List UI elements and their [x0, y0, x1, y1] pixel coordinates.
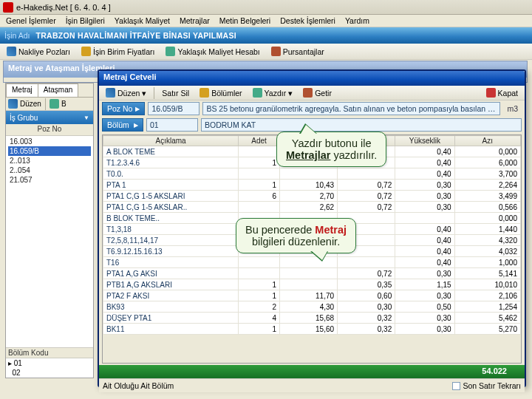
cell-azi[interactable]: 2,264 — [454, 180, 520, 191]
bolum-value[interactable]: 01 — [146, 118, 198, 132]
cell-boy[interactable]: 4,30 — [279, 301, 337, 313]
cell-adet[interactable] — [239, 257, 280, 268]
cell-en[interactable] — [338, 257, 395, 268]
cell-aciklama[interactable]: T16 — [103, 257, 239, 268]
cell-aciklama[interactable]: BK11 — [103, 324, 239, 335]
cell-boy[interactable]: 10,43 — [279, 180, 337, 191]
cell-yukseklik[interactable]: 0,30 — [395, 268, 454, 279]
cell-en[interactable]: 0,35 — [338, 279, 395, 290]
grid-row[interactable]: DÜŞEY PTA1415,680,320,305,462 — [103, 313, 521, 324]
cell-azi[interactable]: 4,032 — [454, 246, 520, 257]
cell-boy[interactable] — [279, 168, 337, 180]
kapat-button[interactable]: Kapat — [482, 86, 522, 99]
grid-row[interactable]: PTA1 C,G 1-5 AKSLAR..2,620,720,300,566 — [103, 202, 521, 213]
cell-en[interactable]: 0,32 — [338, 313, 395, 324]
cell-adet[interactable]: 1 — [239, 279, 280, 290]
grid-row[interactable]: PTA2 F AKSI111,700,600,302,106 — [103, 290, 521, 301]
cell-en[interactable]: 0,72 — [338, 191, 395, 202]
cell-azi[interactable]: 1,000 — [454, 257, 520, 268]
bolum-item[interactable]: ▸ 01 — [6, 358, 93, 368]
poz-item[interactable]: 2..013 — [8, 156, 91, 166]
cell-yukseklik[interactable]: 0,40 — [395, 235, 454, 246]
cell-azi[interactable]: 6,000 — [454, 157, 520, 168]
toolbar-nakliye[interactable]: Nakliye Pozları — [2, 45, 75, 58]
cell-en[interactable]: 0,72 — [338, 180, 395, 191]
grid-row[interactable]: PTA 1110,430,720,302,264 — [103, 180, 521, 191]
cell-adet[interactable]: 1 — [239, 290, 280, 301]
cell-yukseklik[interactable]: 0,40 — [395, 157, 454, 168]
cell-yukseklik[interactable]: 0,30 — [395, 324, 454, 335]
cell-aciklama[interactable]: A BLOK TEME — [103, 146, 239, 157]
yazdir-button[interactable]: Yazdır ▾ — [248, 86, 298, 99]
cell-azi[interactable]: 3,700 — [454, 168, 520, 180]
cell-boy[interactable]: 15,60 — [279, 324, 337, 335]
cell-azi[interactable]: 1,254 — [454, 301, 520, 313]
menu-metin[interactable]: Metin Belgeleri — [216, 16, 274, 25]
cell-boy[interactable]: 15,68 — [279, 313, 337, 324]
cell-aciklama[interactable]: T1,3,18 — [103, 224, 239, 235]
cell-azi[interactable]: 0,000 — [454, 213, 520, 224]
cell-yukseklik[interactable]: 1,15 — [395, 279, 454, 290]
cell-aciklama[interactable]: DÜŞEY PTA1 — [103, 313, 239, 324]
toolbar-birim[interactable]: İşin Birim Fiyatları — [77, 45, 159, 58]
tree-sub-duzen[interactable]: Düzen — [20, 100, 41, 108]
menu-metrajlar[interactable]: Metrajlar — [176, 16, 214, 25]
cell-azi[interactable]: 5,270 — [454, 324, 520, 335]
cell-yukseklik[interactable]: 0,40 — [395, 246, 454, 257]
cell-en[interactable]: 0,32 — [338, 324, 395, 335]
cell-adet[interactable] — [239, 168, 280, 180]
cell-en[interactable]: 0,30 — [338, 301, 395, 313]
poz-item[interactable]: 16.059/B — [8, 146, 91, 156]
cell-yukseklik[interactable]: 0,40 — [395, 168, 454, 180]
cell-azi[interactable]: 0,000 — [454, 146, 520, 157]
cell-aciklama[interactable]: B BLOK TEME.. — [103, 213, 239, 224]
cell-yukseklik[interactable] — [395, 213, 454, 224]
pozno-value[interactable]: 16.059/B — [148, 102, 200, 115]
isgrubu-dropdown[interactable]: İş Grubu ▼ — [6, 111, 93, 124]
cell-en[interactable]: 0,60 — [338, 290, 395, 301]
cell-boy[interactable] — [279, 257, 337, 268]
cell-yukseklik[interactable]: 0,30 — [395, 313, 454, 324]
cell-adet[interactable] — [239, 146, 280, 157]
cell-en[interactable] — [338, 168, 395, 180]
cell-azi[interactable]: 3,499 — [454, 191, 520, 202]
cell-boy[interactable] — [279, 268, 337, 279]
grid-row[interactable]: PTA1 C,G 1-5 AKSLARI62,700,720,303,499 — [103, 191, 521, 202]
cell-yukseklik[interactable]: 0,40 — [395, 224, 454, 235]
toolbar-pursantaj[interactable]: Pursantajlar — [267, 45, 329, 58]
menu-destek[interactable]: Destek İşlemleri — [276, 16, 339, 25]
cell-aciklama[interactable]: PTA 1 — [103, 180, 239, 191]
cell-yukseklik[interactable]: 0,40 — [395, 146, 454, 157]
cell-boy[interactable] — [279, 279, 337, 290]
cell-adet[interactable]: 1 — [239, 157, 280, 168]
cell-boy[interactable]: 2,70 — [279, 191, 337, 202]
cell-adet[interactable]: 4 — [239, 313, 280, 324]
cell-azi[interactable]: 2,106 — [454, 290, 520, 301]
cell-azi[interactable]: 5,462 — [454, 313, 520, 324]
cell-yukseklik[interactable]: 0,30 — [395, 191, 454, 202]
toolbar-maliyet[interactable]: Yaklaşık Maliyet Hesabı — [161, 45, 264, 58]
cell-aciklama[interactable]: PTA2 F AKSI — [103, 290, 239, 301]
tree-sub-b[interactable]: B — [61, 100, 66, 108]
cell-yukseklik[interactable]: 0,50 — [395, 301, 454, 313]
cell-aciklama[interactable]: T0.0. — [103, 168, 239, 180]
cell-boy[interactable]: 2,62 — [279, 202, 337, 213]
grid-row[interactable]: PTB1 A,G AKSLARI10,351,1510,010 — [103, 279, 521, 290]
cell-en[interactable]: 0,72 — [338, 202, 395, 213]
cell-aciklama[interactable]: PTA1 C,G 1-5 AKSLAR.. — [103, 202, 239, 213]
cell-azi[interactable]: 1,440 — [454, 224, 520, 235]
bolum-label[interactable]: Bölüm▶ — [102, 118, 143, 132]
cell-aciklama[interactable]: T2,5,8,11,14,17 — [103, 235, 239, 246]
cell-adet[interactable]: 6 — [239, 191, 280, 202]
cell-adet[interactable]: 2 — [239, 301, 280, 313]
cell-aciklama[interactable]: T1.2.3.4.6 — [103, 157, 239, 168]
duzen-button[interactable]: Düzen ▾ — [101, 86, 151, 99]
cell-azi[interactable]: 0,566 — [454, 202, 520, 213]
tab-metraj[interactable]: Metraj — [6, 83, 38, 97]
grid-row[interactable]: PTA1 A,G AKSI0,720,305,141 — [103, 268, 521, 279]
menu-isin[interactable]: İşin Bilgileri — [62, 16, 109, 25]
grid-row[interactable]: BK11115,600,320,305,270 — [103, 324, 521, 335]
grid-row[interactable]: T0.0.0,403,700 — [103, 168, 521, 180]
cell-yukseklik[interactable]: 0,30 — [395, 290, 454, 301]
cell-adet[interactable]: 1 — [239, 324, 280, 335]
